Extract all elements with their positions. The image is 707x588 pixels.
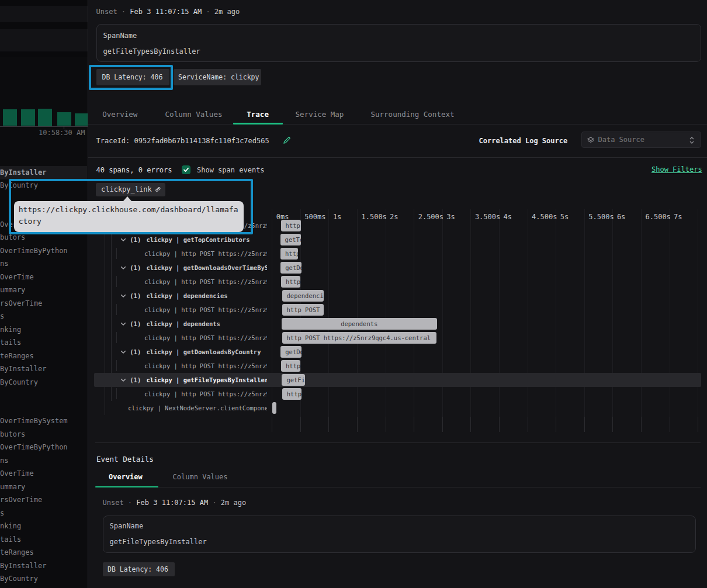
background-list-item[interactable]: OverTime (0, 271, 87, 284)
layers-icon (587, 136, 595, 144)
background-list-item[interactable]: tails (0, 533, 87, 547)
span-duration-bar[interactable]: getTopContributors (280, 234, 301, 245)
span-duration-bar[interactable]: dependents (282, 318, 438, 330)
chevron-down-icon[interactable] (120, 378, 126, 382)
chart-time-label: 10:58:30 AM (39, 129, 85, 137)
background-list-item[interactable]: ns (0, 454, 87, 468)
trace-id-label: TraceId: (96, 137, 130, 145)
show-span-events-checkbox[interactable] (182, 165, 190, 174)
background-list-item[interactable]: ByInstaller (0, 166, 87, 179)
edit-pencil-icon[interactable] (283, 136, 291, 144)
timeline-gridline-tick (357, 417, 358, 432)
waterfall-row[interactable]: clickpy | http POST https://z5nrz9qgc4.u… (88, 247, 707, 261)
span-duration-bar[interactable]: getDownloadsOverTime (280, 262, 301, 274)
chevron-down-icon[interactable] (120, 266, 126, 270)
background-page: 10:58:30 AM ByInstaller ByCountry OverTi… (0, 0, 88, 588)
background-list-item[interactable]: ByCountry (0, 376, 87, 389)
tab-trace[interactable]: Trace (247, 110, 269, 119)
background-list-item[interactable]: ByInstaller (0, 559, 87, 573)
background-list-item[interactable]: ummary (0, 283, 87, 297)
relative-time: 2m ago (214, 8, 240, 16)
tab-overview[interactable]: Overview (102, 110, 137, 119)
chevron-down-icon[interactable] (120, 294, 126, 298)
ed-span-name-value: getFileTypesByInstaller (110, 538, 207, 546)
span-name: clickpy | http POST https://z5nrz9qgc4.u… (144, 387, 267, 401)
background-list-item[interactable]: rsOverTime (0, 297, 87, 310)
show-span-events-label[interactable]: Show span events (197, 166, 265, 174)
background-list-item[interactable]: rsOverTime (0, 493, 87, 507)
waterfall-row[interactable]: clickpy | http POST https://z5nrz9qgc4.u… (88, 359, 707, 373)
waterfall-row[interactable]: clickpy | http POST https://z5nrz9qgc4.u… (88, 331, 707, 345)
span-duration-bar[interactable] (272, 402, 276, 414)
background-list-item[interactable]: s (0, 507, 87, 520)
chevron-down-icon[interactable] (120, 350, 126, 354)
span-duration-bar[interactable]: http POST https://z5nrz (281, 360, 300, 372)
background-list-item[interactable]: ns (0, 257, 87, 271)
background-list-item[interactable]: nking (0, 520, 87, 533)
timeline-gridline-tick (698, 417, 698, 432)
waterfall-row[interactable]: (1) clickpy | dependents dependents (88, 317, 707, 331)
background-list-item[interactable]: ByCountry (0, 572, 87, 586)
waterfall-row[interactable]: (1) clickpy | getDownloadsOverTimeBySyst… (88, 261, 707, 275)
tab-surrounding-context[interactable]: Surrounding Context (371, 110, 455, 119)
tab-ed-column-values[interactable]: Column Values (173, 473, 228, 481)
background-list-item[interactable]: OverTimeByPython (0, 244, 87, 258)
span-name: clickpy | http POST https://z5nrz9qgc4.u… (144, 247, 267, 261)
tab-column-values[interactable]: Column Values (165, 110, 223, 119)
trace-id-value: 0952fad0b67b114138fc110f3c7ed565 (134, 137, 269, 145)
span-child-count: (1) (130, 317, 141, 331)
waterfall-row[interactable]: clickpy | http POST https://z5nrz9qgc4.u… (88, 275, 707, 289)
background-list-item[interactable]: nking (0, 323, 87, 337)
span-duration-bar[interactable]: http POST https://z5nrz (281, 220, 301, 231)
relative-time: 2m ago (221, 499, 246, 507)
span-duration-bar[interactable]: http POST https://z5nrz (281, 276, 300, 288)
background-list-item[interactable]: butors (0, 428, 87, 441)
event-details-title: Event Details (96, 455, 154, 464)
span-details-drawer: Unset · Feb 3 11:07:15 AM · 2m ago SpanN… (88, 0, 707, 588)
span-duration-bar[interactable]: http POST (282, 304, 324, 316)
background-list-item[interactable]: OverTimeBySystem (0, 414, 87, 428)
tab-ed-overview[interactable]: Overview (109, 473, 143, 481)
waterfall-row[interactable]: clickpy | http POST https://z5nrz9qgc4.u… (88, 303, 707, 317)
background-list-item[interactable]: teRanges (0, 350, 87, 363)
background-list-item[interactable]: ummary (0, 480, 87, 494)
trace-id-row: TraceId: 0952fad0b67b114138fc110f3c7ed56… (96, 137, 269, 145)
span-child-count: (1) (130, 233, 141, 247)
tooltip-caret (123, 196, 131, 201)
background-list-item[interactable]: s (0, 310, 87, 323)
span-child-count: (1) (130, 373, 141, 387)
tree-guide-connector (116, 276, 117, 287)
background-list-item[interactable]: OverTime (0, 467, 87, 480)
show-filters-link[interactable]: Show Filters (651, 165, 702, 174)
tab-service-map[interactable]: Service Map (296, 110, 344, 119)
span-name: clickpy | getTopContributors (147, 233, 250, 247)
span-duration-bar[interactable]: getDownloadsByCountry (280, 346, 301, 358)
span-name: clickpy | http POST https://z5nrz9qgc4.u… (144, 359, 267, 373)
background-list-item[interactable]: teRanges (0, 546, 87, 559)
status-label: Unset (96, 8, 117, 16)
chevron-down-icon[interactable] (120, 238, 126, 242)
tree-guide-connector (116, 360, 117, 371)
waterfall-row[interactable]: clickpy | NextNodeServer.clientComponent… (88, 401, 707, 415)
tabbar-border (88, 124, 707, 124)
ed-span-name-card: SpanName getFileTypesByInstaller (103, 516, 696, 554)
chevron-down-icon[interactable] (120, 322, 126, 326)
histogram-bar (38, 109, 52, 126)
waterfall-row[interactable]: (1) clickpy | dependencies dependencies (88, 289, 707, 303)
span-duration-bar[interactable]: dependencies (282, 290, 324, 302)
tag-service-name[interactable]: ServiceName: clickpy (174, 69, 261, 85)
background-list-item[interactable]: OverTimeByPython (0, 441, 87, 454)
waterfall-row[interactable]: (1) clickpy | getFileTypesByInstaller ge… (88, 373, 707, 387)
span-duration-bar[interactable]: http POST https://z5nrz9qgc4.us-central (282, 332, 437, 344)
span-name: clickpy | getFileTypesByInstaller (147, 373, 267, 387)
span-duration-bar[interactable]: getFileTypesByInstaller (282, 374, 305, 386)
background-list-item[interactable]: ByInstaller (0, 362, 87, 376)
waterfall-row[interactable]: (1) clickpy | getTopContributors getTopC… (88, 233, 707, 247)
span-duration-bar[interactable]: http POST https://z5nrz (280, 248, 298, 260)
ed-tag-db-latency[interactable]: DB Latency: 406 (103, 562, 175, 576)
background-list-item[interactable]: tails (0, 336, 87, 350)
data-source-select[interactable]: Data Source (581, 132, 702, 148)
waterfall-row[interactable]: (1) clickpy | getDownloadsByCountry getD… (88, 345, 707, 359)
waterfall-row[interactable]: clickpy | http POST https://z5nrz9qgc4.u… (88, 387, 707, 401)
span-duration-bar[interactable]: http POST https://z5nrz (282, 388, 301, 400)
